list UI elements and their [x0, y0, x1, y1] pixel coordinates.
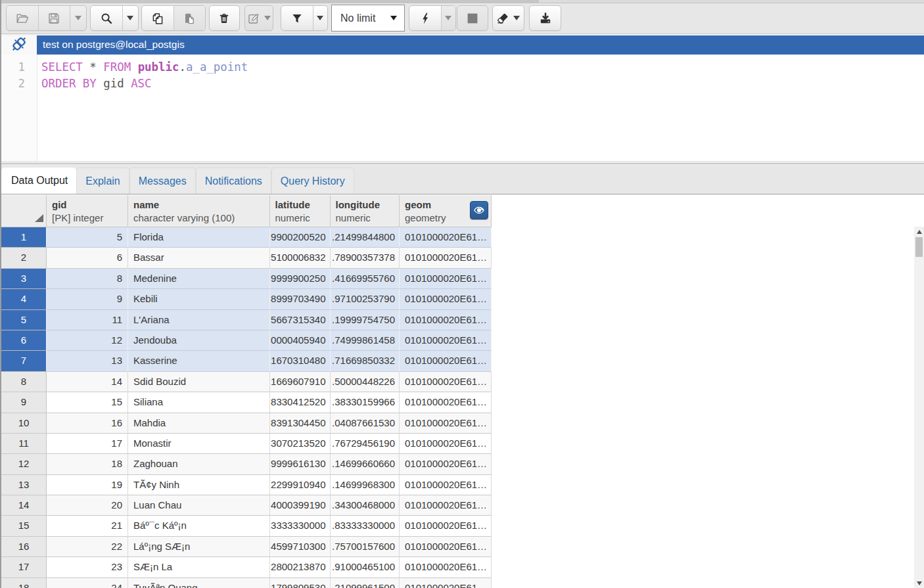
row-number-cell[interactable]: 8: [1, 372, 47, 392]
row-number-cell[interactable]: 17: [1, 557, 47, 577]
cell-gid[interactable]: 18: [47, 454, 128, 474]
cell-longitude[interactable]: .21099961500: [331, 578, 400, 588]
cell-geom[interactable]: 0101000020E61…: [400, 310, 492, 330]
cell-geom[interactable]: 0101000020E61…: [400, 227, 492, 248]
cell-geom[interactable]: 0101000020E61…: [400, 351, 492, 371]
row-number-cell[interactable]: 11: [1, 434, 47, 454]
cell-longitude[interactable]: .04087661530: [331, 413, 400, 434]
cell-gid[interactable]: 12: [47, 330, 128, 351]
cell-latitude[interactable]: 3070213520: [270, 434, 331, 454]
cell-name[interactable]: TÃ¢y Ninh: [128, 475, 270, 495]
tab-messages[interactable]: Messages: [129, 168, 196, 194]
row-number-cell[interactable]: 2: [1, 248, 47, 268]
row-number-cell[interactable]: 6: [1, 330, 47, 351]
stop-button[interactable]: [457, 5, 488, 31]
scroll-up-button[interactable]: [914, 227, 924, 237]
download-button[interactable]: [529, 5, 561, 31]
row-number-cell[interactable]: 3: [1, 269, 47, 289]
cell-latitude[interactable]: 5100006832: [270, 248, 331, 268]
find-menu-button[interactable]: [122, 6, 139, 30]
cell-geom[interactable]: 0101000020E61…: [400, 413, 492, 434]
cell-geom[interactable]: 0101000020E61…: [400, 269, 492, 289]
row-number-cell[interactable]: 12: [1, 454, 47, 474]
cell-geom[interactable]: 0101000020E61…: [400, 557, 492, 577]
cell-name[interactable]: SÆ¡n La: [128, 557, 270, 577]
scroll-down-button[interactable]: [914, 578, 924, 588]
cell-geom[interactable]: 0101000020E61…: [400, 537, 492, 557]
rows-limit-select[interactable]: No limit: [331, 5, 405, 32]
cell-longitude[interactable]: .41669955760: [331, 269, 400, 289]
cell-name[interactable]: Sdid Bouzid: [128, 372, 270, 392]
cell-longitude[interactable]: .83333330000: [331, 516, 400, 536]
cell-longitude[interactable]: .14699968300: [331, 475, 400, 495]
cell-latitude[interactable]: 5667315340: [270, 310, 331, 330]
delete-button[interactable]: [209, 5, 240, 31]
cell-name[interactable]: Medenine: [128, 269, 270, 289]
row-number-cell[interactable]: 14: [1, 495, 47, 516]
cell-geom[interactable]: 0101000020E61…: [400, 475, 492, 495]
cell-longitude[interactable]: .14699660660: [331, 454, 400, 474]
column-header-name[interactable]: namecharacter varying (100): [128, 195, 270, 227]
cell-gid[interactable]: 6: [47, 248, 128, 268]
cell-name[interactable]: Jendouba: [128, 330, 270, 351]
save-file-button[interactable]: [38, 6, 70, 30]
cell-geom[interactable]: 0101000020E61…: [400, 454, 492, 474]
cell-gid[interactable]: 21: [47, 516, 128, 536]
cell-name[interactable]: Láº¡ng SÆ¡n: [128, 537, 270, 557]
cell-name[interactable]: Siliana: [128, 392, 270, 413]
select-all-corner[interactable]: [1, 195, 47, 227]
cell-geom[interactable]: 0101000020E61…: [400, 289, 492, 309]
open-file-button[interactable]: [7, 6, 38, 30]
cell-geom[interactable]: 0101000020E61…: [400, 578, 492, 588]
cell-latitude[interactable]: 4599710300: [270, 537, 331, 557]
column-header-gid[interactable]: gid[PK] integer: [47, 195, 128, 227]
execute-menu-button[interactable]: [441, 6, 455, 30]
cell-geom[interactable]: 0101000020E61…: [400, 248, 492, 268]
cell-geom[interactable]: 0101000020E61…: [400, 372, 492, 392]
cell-gid[interactable]: 24: [47, 578, 128, 588]
edit-options-button[interactable]: [244, 5, 273, 31]
cell-latitude[interactable]: 9900200520: [270, 227, 331, 248]
paste-button[interactable]: [173, 6, 205, 30]
cell-geom[interactable]: 0101000020E61…: [400, 392, 492, 413]
cell-latitude[interactable]: 8391304450: [270, 413, 331, 434]
cell-latitude[interactable]: 3333330000: [270, 516, 331, 536]
cell-name[interactable]: Bassar: [128, 248, 270, 268]
cell-latitude[interactable]: 0000405940: [270, 330, 331, 351]
cell-latitude[interactable]: 9999900250: [270, 269, 331, 289]
cell-longitude[interactable]: .97100253790: [331, 289, 400, 309]
column-header-longitude[interactable]: longitudenumeric: [331, 195, 400, 227]
view-all-geometries-button[interactable]: [470, 201, 488, 219]
tab-notifications[interactable]: Notifications: [196, 168, 271, 194]
sql-editor[interactable]: 1 2 SELECT * FROM public.a_a_point ORDER…: [1, 55, 924, 161]
cell-latitude[interactable]: 1670310480: [270, 351, 331, 371]
row-number-cell[interactable]: 15: [1, 516, 47, 536]
cell-name[interactable]: Mahdia: [128, 413, 270, 434]
panel-splitter[interactable]: [1, 161, 924, 164]
cell-latitude[interactable]: 2800213870: [270, 557, 331, 577]
cell-name[interactable]: TuyÃªn Quang: [128, 578, 270, 588]
cell-gid[interactable]: 20: [47, 495, 128, 516]
cell-latitude[interactable]: 9999616130: [270, 454, 331, 474]
cell-longitude[interactable]: .76729456190: [331, 434, 400, 454]
cell-name[interactable]: Monastir: [128, 434, 270, 454]
cell-latitude[interactable]: 4000399190: [270, 495, 331, 516]
row-number-cell[interactable]: 7: [1, 351, 47, 371]
clear-button[interactable]: [492, 5, 524, 31]
tab-explain[interactable]: Explain: [76, 168, 129, 194]
vertical-scrollbar[interactable]: [914, 227, 924, 588]
cell-geom[interactable]: 0101000020E61…: [400, 495, 492, 516]
cell-longitude[interactable]: .38330159966: [331, 392, 400, 413]
cell-name[interactable]: Florida: [128, 227, 270, 248]
cell-name[interactable]: L'Ariana: [128, 310, 270, 330]
cell-longitude[interactable]: .91000465100: [331, 557, 400, 577]
cell-gid[interactable]: 9: [47, 289, 128, 309]
cell-geom[interactable]: 0101000020E61…: [400, 330, 492, 351]
cell-longitude[interactable]: .19999754750: [331, 310, 400, 330]
cell-latitude[interactable]: 8330412520: [270, 392, 331, 413]
cell-longitude[interactable]: .75700157600: [331, 537, 400, 557]
sql-code[interactable]: SELECT * FROM public.a_a_point ORDER BY …: [41, 55, 924, 161]
filter-button[interactable]: [281, 6, 313, 30]
cell-name[interactable]: Báº¯c Káº¡n: [128, 516, 270, 536]
cell-latitude[interactable]: 1669607910: [270, 372, 331, 392]
